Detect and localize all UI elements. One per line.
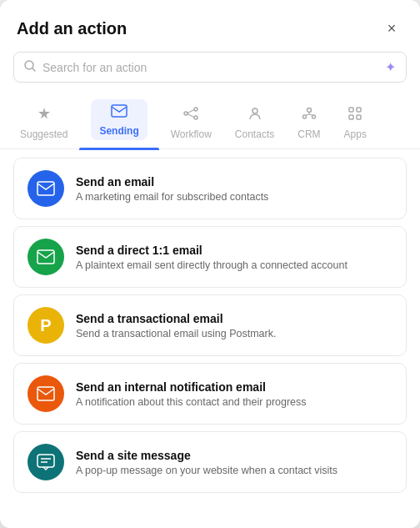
svg-line-1 (32, 68, 35, 71)
action-send-internal[interactable]: Send an internal notification email A no… (13, 363, 407, 425)
svg-rect-16 (349, 108, 353, 112)
svg-point-10 (307, 108, 311, 113)
send-direct-email-text: Send a direct 1:1 email A plaintext emai… (76, 244, 348, 271)
svg-rect-18 (349, 115, 353, 119)
send-internal-desc: A notification about this contact and th… (76, 396, 307, 408)
svg-rect-3 (112, 105, 127, 117)
send-internal-text: Send an internal notification email A no… (76, 380, 307, 408)
apps-icon (348, 106, 362, 125)
search-bar: ✦ (13, 52, 407, 83)
send-transactional-title: Send a transactional email (76, 312, 276, 325)
send-site-message-title: Send a site message (76, 449, 338, 462)
tab-suggested[interactable]: Suggested (8, 99, 79, 148)
svg-rect-17 (357, 108, 361, 112)
tab-apps[interactable]: Apps (332, 99, 378, 148)
contacts-icon (248, 106, 262, 125)
send-site-message-desc: A pop-up message on your website when a … (76, 465, 338, 476)
tab-contacts[interactable]: Contacts (223, 99, 286, 148)
actions-list: Send an email A marketing email for subs… (0, 149, 420, 528)
tab-sending-label: Sending (99, 125, 138, 137)
svg-line-14 (305, 114, 309, 116)
svg-rect-21 (38, 250, 54, 264)
svg-point-9 (252, 108, 258, 113)
svg-line-7 (188, 110, 194, 113)
tab-suggested-label: Suggested (20, 128, 68, 140)
svg-rect-22 (38, 387, 54, 400)
send-email-text: Send an email A marketing email for subs… (76, 175, 268, 203)
svg-line-8 (188, 114, 194, 118)
send-email-title: Send an email (76, 175, 268, 189)
tab-workflow-label: Workflow (171, 128, 212, 140)
svg-line-15 (309, 114, 313, 116)
send-internal-icon (28, 375, 64, 412)
send-direct-email-desc: A plaintext email sent directly through … (76, 259, 348, 271)
send-site-message-text: Send a site message A pop-up message on … (76, 449, 338, 476)
svg-point-4 (184, 112, 188, 115)
send-email-icon (28, 170, 64, 207)
search-icon (24, 60, 36, 74)
svg-rect-20 (38, 182, 54, 195)
send-internal-title: Send an internal notification email (76, 380, 307, 394)
sending-icon (111, 104, 128, 122)
tab-crm-label: CRM (298, 128, 320, 140)
tab-sending[interactable]: Sending (79, 93, 158, 148)
suggested-icon (37, 106, 52, 125)
send-transactional-desc: Send a transactional email using Postmar… (76, 328, 276, 339)
tabs-bar: Suggested Sending (0, 93, 420, 149)
svg-point-6 (194, 116, 198, 119)
close-icon: × (388, 20, 397, 38)
svg-point-5 (194, 108, 198, 111)
modal-title: Add an action (17, 19, 127, 38)
sparkle-icon: ✦ (385, 59, 396, 75)
send-direct-email-icon (28, 239, 64, 275)
tab-workflow[interactable]: Workflow (159, 99, 223, 148)
svg-rect-23 (38, 455, 54, 467)
action-send-transactional[interactable]: P Send a transactional email Send a tran… (13, 294, 407, 356)
svg-marker-2 (38, 108, 50, 119)
search-input[interactable] (42, 61, 378, 74)
action-send-direct-email[interactable]: Send a direct 1:1 email A plaintext emai… (13, 226, 407, 288)
send-transactional-text: Send a transactional email Send a transa… (76, 312, 276, 339)
send-email-desc: A marketing email for subscribed contact… (76, 191, 268, 203)
crm-icon (302, 106, 317, 125)
modal-header: Add an action × (0, 0, 420, 52)
tab-contacts-label: Contacts (235, 128, 274, 140)
action-send-email[interactable]: Send an email A marketing email for subs… (13, 158, 407, 219)
send-transactional-icon: P (28, 307, 64, 344)
svg-rect-19 (357, 115, 361, 119)
action-send-site-message[interactable]: Send a site message A pop-up message on … (13, 431, 407, 493)
modal: Add an action × ✦ Suggested (0, 0, 420, 528)
tab-crm[interactable]: CRM (286, 99, 332, 148)
tab-apps-label: Apps (344, 128, 367, 140)
send-site-message-icon (28, 444, 64, 480)
workflow-icon (183, 106, 198, 125)
send-direct-email-title: Send a direct 1:1 email (76, 244, 348, 257)
close-button[interactable]: × (380, 17, 403, 40)
